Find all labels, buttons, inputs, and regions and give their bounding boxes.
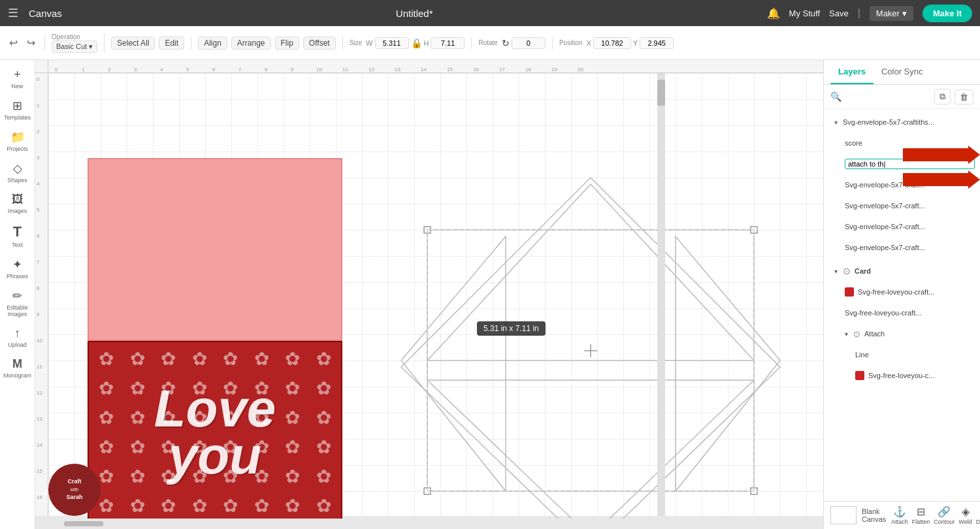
- collapse-icon[interactable]: ▾: [834, 119, 838, 126]
- attach-collapse-icon[interactable]: ▾: [845, 330, 848, 338]
- right-panel: Layers Color Sync 🔍 ⧉ 🗑 ▾ Svg-envelope-5…: [823, 60, 980, 529]
- makeit-button[interactable]: Make It: [923, 5, 972, 22]
- templates-icon: ⊞: [12, 99, 22, 113]
- layer-svg-2-name: Svg-envelope-5x7-craft...: [845, 202, 975, 210]
- rotate-input[interactable]: [512, 37, 546, 49]
- layer-attach-group[interactable]: ▾ ⊙ Attach: [824, 323, 980, 344]
- card-bottom: ✿✿✿✿ ✿✿✿✿ ✿✿✿✿ ✿✿✿✿ ✿✿✿✿ ✿✿✿✿ ✿✿✿✿ ✿✿✿✿ …: [88, 341, 342, 524]
- delete-bottom-btn[interactable]: ✕ Delete: [976, 505, 980, 525]
- ruler-horizontal: 0 1 2 3 4 5 6 7 8 9 10 11 12 13 14 15 16…: [48, 60, 823, 73]
- sidebar-item-images[interactable]: 🖼 Images: [2, 189, 33, 218]
- tab-layers[interactable]: Layers: [830, 60, 874, 84]
- weld-icon: ◈: [962, 505, 970, 518]
- sidebar-item-upload[interactable]: ↑ Upload: [2, 323, 33, 352]
- layer-free-2[interactable]: Svg-free-loveyou-craft...: [824, 302, 980, 323]
- sidebar-item-label-templates: Templates: [4, 114, 31, 121]
- attach-icon: ⚓: [893, 505, 906, 518]
- layer-line-name: Line: [855, 351, 975, 359]
- sidebar-item-templates[interactable]: ⊞ Templates: [2, 95, 33, 125]
- sidebar-item-label-phrases: Phrases: [7, 273, 28, 280]
- select-all-button[interactable]: Select All: [111, 37, 155, 50]
- link-bottom-btn[interactable]: 🔗 Contour: [934, 505, 955, 525]
- canvas-area[interactable]: 0 1 2 3 4 5 6 7 8 9 10 11 12 13 14 15 16…: [35, 60, 823, 529]
- layer-svg-1[interactable]: Svg-envelope-5x7-craft...: [824, 174, 980, 195]
- layer-envelope-name: Svg-envelope-5x7-craftiths...: [843, 118, 975, 126]
- sidebar-item-phrases[interactable]: ✦ Phrases: [2, 253, 33, 283]
- sidebar-item-new[interactable]: + New: [2, 64, 33, 93]
- offset-button[interactable]: Offset: [303, 37, 336, 50]
- width-label: W: [366, 39, 372, 47]
- envelope-container[interactable]: [362, 119, 819, 529]
- width-input[interactable]: [375, 37, 409, 49]
- flatten-icon: ⊟: [917, 505, 925, 518]
- undo-button[interactable]: ↩: [7, 35, 20, 50]
- tab-color-sync[interactable]: Color Sync: [874, 60, 931, 84]
- layer-score[interactable]: score: [824, 133, 980, 153]
- layer-free-3-name: Svg-free-loveyou-c...: [868, 372, 975, 379]
- blank-canvas-thumb: [830, 506, 857, 524]
- flip-button[interactable]: Flip: [275, 37, 299, 50]
- sidebar-item-shapes[interactable]: ◇ Shapes: [2, 157, 33, 187]
- right-panel-tabs: Layers Color Sync: [824, 60, 980, 85]
- vertical-scrollbar[interactable]: [657, 73, 665, 516]
- lock-icon[interactable]: 🔒: [411, 38, 422, 48]
- save-button[interactable]: Save: [829, 8, 849, 18]
- attach-bottom-btn[interactable]: ⚓ Attach: [891, 505, 908, 525]
- layer-svg-4-name: Svg-envelope-5x7-craft...: [845, 244, 975, 251]
- layer-svg-2[interactable]: Svg-envelope-5x7-craft...: [824, 195, 980, 216]
- watermark-with: with: [71, 487, 78, 492]
- layer-svg-3[interactable]: Svg-envelope-5x7-craft...: [824, 216, 980, 237]
- scrollbar-thumb-v[interactable]: [657, 80, 665, 106]
- layers-list: ▾ Svg-envelope-5x7-craftiths... score Sv…: [824, 109, 980, 501]
- projects-icon: 📁: [10, 130, 25, 144]
- flatten-bottom-btn[interactable]: ⊟ Flatten: [912, 505, 930, 525]
- layer-card-group[interactable]: ▾ ⊙ Card: [824, 261, 980, 281]
- sidebar-item-projects[interactable]: 📁 Projects: [2, 126, 33, 156]
- layer-line[interactable]: Line: [824, 344, 980, 365]
- size-label: 5.31 in x 7.11 in: [477, 321, 546, 336]
- layer-free-1[interactable]: Svg-free-loveyou-craft...: [824, 281, 980, 302]
- height-input[interactable]: [431, 37, 465, 49]
- card-design[interactable]: ✿✿✿✿ ✿✿✿✿ ✿✿✿✿ ✿✿✿✿ ✿✿✿✿ ✿✿✿✿ ✿✿✿✿ ✿✿✿✿ …: [88, 158, 342, 524]
- layer-svg-4[interactable]: Svg-envelope-5x7-craft...: [824, 237, 980, 258]
- text-icon: T: [13, 223, 22, 240]
- toolbar: ↩ ↪ Operation Basic Cut ▾ Select All Edi…: [0, 26, 980, 60]
- operation-select[interactable]: Basic Cut ▾: [52, 40, 97, 53]
- phrases-icon: ✦: [12, 257, 22, 272]
- card-collapse-icon[interactable]: ▾: [834, 268, 838, 275]
- link-label: Contour: [934, 519, 955, 525]
- horizontal-scrollbar[interactable]: [48, 519, 665, 529]
- images-icon: 🖼: [12, 193, 24, 206]
- free-1-color: [845, 287, 854, 297]
- mystuff-button[interactable]: My Stuff: [789, 8, 820, 18]
- layer-svg-3-name: Svg-envelope-5x7-craft...: [845, 223, 975, 231]
- bell-icon[interactable]: 🔔: [767, 7, 780, 20]
- y-input[interactable]: [640, 37, 674, 49]
- x-label: X: [587, 39, 591, 47]
- x-input[interactable]: [593, 37, 631, 49]
- redo-button[interactable]: ↪: [24, 35, 38, 50]
- layer-name-input[interactable]: [845, 159, 975, 169]
- sidebar-item-label-shapes: Shapes: [7, 177, 27, 184]
- weld-bottom-btn[interactable]: ◈ Weld: [958, 505, 972, 525]
- arrange-button[interactable]: Arrange: [231, 37, 271, 50]
- sidebar-item-text[interactable]: T Text: [2, 219, 33, 252]
- scrollbar-thumb-h[interactable]: [64, 521, 103, 526]
- shapes-icon: ◇: [13, 161, 22, 176]
- sidebar-item-editable-images[interactable]: ✏ Editable Images: [2, 285, 33, 321]
- menu-icon[interactable]: ☰: [8, 6, 18, 20]
- sidebar-item-label-images: Images: [8, 208, 27, 214]
- watermark-sarah: Sarah: [66, 494, 82, 500]
- edit-button[interactable]: Edit: [159, 37, 184, 50]
- duplicate-button[interactable]: ⧉: [934, 89, 951, 104]
- layer-envelope-group[interactable]: ▾ Svg-envelope-5x7-craftiths...: [824, 112, 980, 133]
- sidebar-item-monogram[interactable]: M Monogram: [2, 353, 33, 383]
- layer-free-3[interactable]: Svg-free-loveyou-c...: [824, 365, 980, 386]
- layer-attach-input[interactable]: [824, 153, 980, 174]
- left-sidebar: + New ⊞ Templates 📁 Projects ◇ Shapes 🖼 …: [0, 60, 35, 529]
- editable-images-icon: ✏: [12, 289, 22, 303]
- trash-button[interactable]: 🗑: [955, 89, 973, 104]
- maker-dropdown[interactable]: Maker ▾: [870, 6, 913, 21]
- link-icon: 🔗: [938, 505, 951, 518]
- align-button[interactable]: Align: [198, 37, 227, 50]
